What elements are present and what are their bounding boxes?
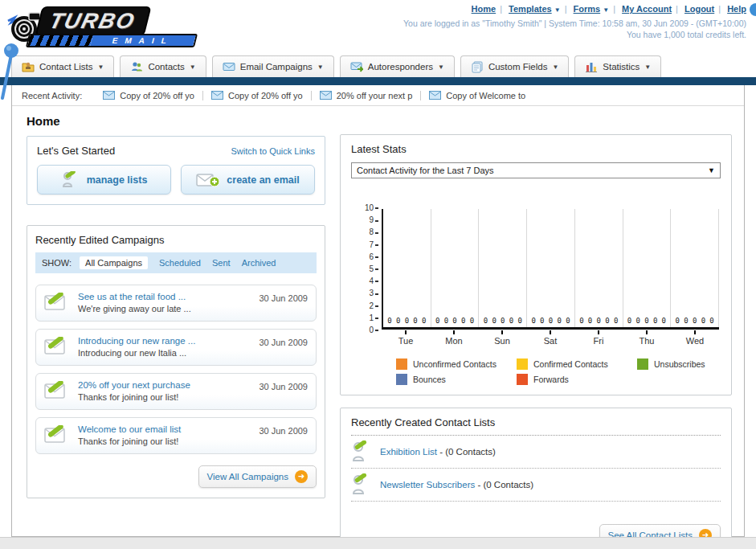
view-all-campaigns-button[interactable]: View All Campaigns ➜: [198, 465, 317, 488]
bar-value-label: 0: [605, 317, 609, 325]
recent-activity-item[interactable]: Copy of Welcome to: [421, 91, 533, 100]
bar-value-label: 0: [461, 317, 465, 325]
top-link-forms[interactable]: Forms: [574, 4, 601, 14]
campaign-title[interactable]: Introducing our new range ...: [78, 336, 195, 346]
envelope-plus-icon: [196, 171, 220, 189]
envelope-icon: [429, 91, 441, 100]
left-column: Let's Get Started Switch to Quick Links …: [27, 134, 325, 549]
credits-line: You have 1,000 total credits left.: [403, 29, 746, 40]
campaign-title[interactable]: Welcome to our email list: [78, 424, 181, 434]
manage-lists-button[interactable]: manage lists: [37, 165, 171, 195]
turbo-email-logo[interactable]: TURBO EMAIL: [6, 5, 207, 48]
bar-value-label: 0: [470, 317, 474, 325]
chart-group: 00000: [671, 209, 719, 327]
activity-item-text: Copy of 20% off yo: [120, 91, 194, 100]
top-link-help[interactable]: Help: [727, 4, 746, 14]
login-info: You are logged in as "Timothy Smith" | S…: [403, 18, 746, 40]
contact-list-row[interactable]: Exhibition List - (0 Contacts): [351, 436, 721, 469]
bar-value-label: 0: [709, 317, 713, 325]
tab-contact-lists[interactable]: Contact Lists▼: [11, 55, 114, 77]
chevron-down-icon: ▼: [97, 64, 104, 71]
y-tick-label: 3: [351, 289, 378, 297]
chart-legend: Unconfirmed ContactsConfirmed ContactsUn…: [396, 358, 721, 385]
y-tick-label: 10: [351, 204, 378, 212]
bar-value-label: 0: [405, 317, 409, 325]
get-started-panel: Let's Get Started Switch to Quick Links …: [27, 136, 325, 205]
filter-archived[interactable]: Archived: [242, 258, 276, 268]
custom-fields-icon: [471, 60, 484, 73]
top-link-home[interactable]: Home: [472, 4, 497, 14]
campaigns-panel: Recently Edited Campaigns SHOW: All Camp…: [27, 225, 325, 498]
bottom-strip: [0, 537, 756, 549]
top-link-templates[interactable]: Templates: [509, 4, 552, 14]
logo-subtitle: EMAIL: [90, 35, 195, 46]
bar-value-label: 0: [614, 317, 618, 325]
pin-decoration: [0, 42, 22, 100]
show-label: SHOW:: [42, 258, 72, 268]
campaign-title[interactable]: See us at the retail food ...: [78, 292, 186, 301]
switch-quick-links[interactable]: Switch to Quick Links: [231, 146, 315, 156]
tab-autoresponders[interactable]: Autoresponders▼: [340, 55, 455, 77]
filter-scheduled[interactable]: Scheduled: [159, 258, 201, 268]
bar-value-label: 0: [540, 317, 544, 325]
tab-label: Statistics: [603, 62, 640, 72]
contact-list-link[interactable]: Exhibition List: [380, 447, 437, 457]
top-link-logout[interactable]: Logout: [684, 4, 714, 14]
bar-value-label: 0: [413, 317, 417, 325]
recent-activity-item[interactable]: Copy of 20% off yo: [95, 91, 203, 100]
campaign-date: 30 Jun 2009: [259, 426, 308, 436]
legend-swatch: [517, 358, 528, 370]
bar-value-label: 0: [509, 317, 513, 325]
contact-lists-panel: Recently Created Contact Lists Exhibitio…: [340, 408, 732, 549]
chevron-down-icon: ▼: [190, 64, 196, 71]
tab-custom-fields[interactable]: Custom Fields▼: [460, 55, 569, 77]
y-tick-label: 0: [351, 326, 378, 334]
stats-dropdown[interactable]: Contact Activity for the Last 7 Days ▼: [351, 162, 721, 178]
create-email-button[interactable]: create an email: [181, 165, 315, 195]
tab-label: Email Campaigns: [240, 62, 313, 72]
bar-value-label: 0: [492, 317, 496, 325]
legend-label: Bounces: [413, 375, 446, 384]
main-nav: Contact Lists▼ Contacts▼ Email Campaigns…: [0, 53, 756, 77]
campaign-row[interactable]: Introducing our new range ...Introducing…: [35, 329, 317, 366]
contact-lists-icon: [22, 60, 35, 73]
contact-list-row[interactable]: Newsletter Subscribers - (0 Contacts): [351, 469, 721, 502]
legend-item: Forwards: [517, 374, 637, 385]
x-tick-label: Fri: [574, 330, 623, 346]
y-tick-label: 1: [351, 314, 378, 322]
recent-activity-item[interactable]: 20% off your next p: [312, 91, 422, 100]
tab-statistics[interactable]: Statistics▼: [574, 55, 661, 77]
contacts-icon: [130, 60, 143, 73]
tab-contacts[interactable]: Contacts▼: [120, 55, 206, 77]
bar-value-label: 0: [517, 317, 521, 325]
campaign-row[interactable]: 20% off your next purchaseThanks for joi…: [35, 373, 317, 410]
legend-swatch: [396, 358, 407, 370]
contact-list-count: - (0 Contacts): [437, 447, 496, 457]
envelope-icon: [211, 91, 223, 100]
tab-email-campaigns[interactable]: Email Campaigns▼: [212, 55, 334, 77]
y-tick-label: 8: [351, 228, 378, 236]
legend-label: Confirmed Contacts: [533, 359, 608, 369]
help-bubble-icon[interactable]: [750, 3, 756, 16]
campaign-date: 30 Jun 2009: [259, 382, 308, 391]
filter-all-campaigns[interactable]: All Campaigns: [80, 256, 148, 269]
statistics-icon: [585, 60, 598, 73]
campaign-row[interactable]: See us at the retail food ...We're givin…: [35, 285, 317, 322]
arrow-right-icon: ➜: [295, 470, 308, 483]
bar-value-label: 0: [549, 317, 553, 325]
y-tick-label: 7: [351, 241, 378, 249]
chevron-down-icon: ▼: [554, 6, 561, 14]
campaign-row[interactable]: Welcome to our email listThanks for join…: [35, 417, 317, 454]
bar-value-label: 0: [444, 317, 448, 325]
tab-label: Contacts: [148, 62, 184, 72]
y-tick-label: 5: [351, 265, 378, 273]
bar-value-label: 0: [644, 317, 648, 325]
chart-group: 00000: [623, 209, 672, 327]
filter-sent[interactable]: Sent: [212, 258, 231, 268]
top-link-my-account[interactable]: My Account: [622, 4, 672, 14]
legend-item: Unsubscribes: [637, 358, 750, 370]
legend-item: Bounces: [396, 374, 517, 385]
contact-list-link[interactable]: Newsletter Subscribers: [380, 480, 475, 490]
recent-activity-item[interactable]: Copy of 20% off yo: [203, 91, 312, 100]
campaign-title[interactable]: 20% off your next purchase: [78, 380, 190, 390]
